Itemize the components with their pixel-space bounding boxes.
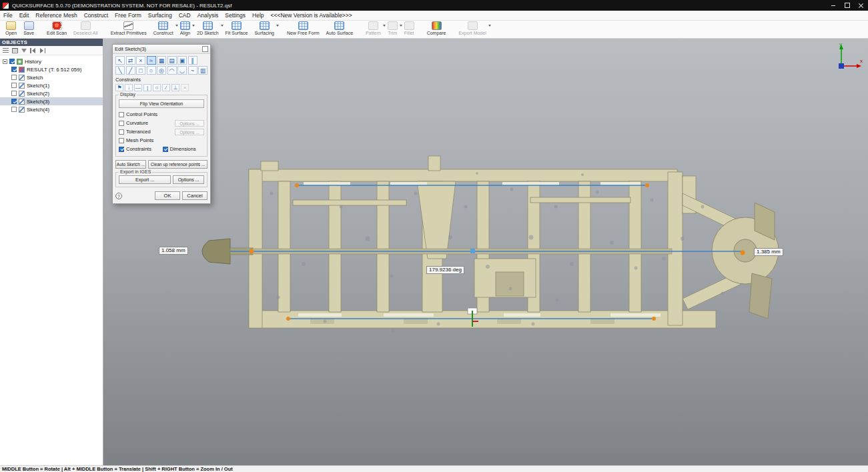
sketch3-checkbox[interactable] — [11, 99, 17, 104]
toolbar-new-free-form-button[interactable]: New Free Form — [284, 21, 323, 35]
control-points-checkbox[interactable] — [119, 112, 124, 117]
curvature-options-button[interactable]: Options ... — [175, 120, 204, 127]
delete-tool-icon[interactable]: × — [136, 56, 145, 65]
dimensions-checkbox[interactable] — [163, 147, 168, 152]
viewport-3d[interactable]: 1.058 mm 1.385 mm 179.9236 deg y x — [103, 39, 868, 465]
move-tool-icon[interactable]: ⇄ — [126, 56, 135, 65]
menu-free-form[interactable]: Free Form — [111, 12, 145, 19]
toolbar-2d-sketch-button[interactable]: 2D Sketch — [193, 21, 222, 35]
menu-edit[interactable]: Edit — [16, 12, 33, 19]
sketch-checkbox[interactable] — [11, 75, 17, 80]
spline-tool-icon[interactable]: ~ — [188, 66, 197, 75]
machine-frame[interactable] — [249, 156, 741, 328]
menu-new-version[interactable]: <<<New Version is Available>>> — [268, 12, 356, 19]
auto-sketch-button[interactable]: Auto Sketch ... — [115, 160, 146, 169]
menu-analysis[interactable]: Analysis — [194, 12, 222, 19]
cleanup-reference-points-button[interactable]: Clean up reference points ... — [148, 160, 207, 169]
toolbar-edit-scan-button[interactable]: Edit Scan — [43, 21, 70, 35]
close-button[interactable] — [854, 0, 868, 11]
toolbar-auto-surface-button[interactable]: Auto Surface — [323, 21, 356, 35]
tree-item-sketch1[interactable]: Sketch(1) — [0, 81, 103, 89]
toolbar-pattern-button[interactable]: Pattern — [362, 21, 384, 35]
vertical-constraint-icon[interactable]: | — [143, 84, 151, 91]
export-model-dropdown-arrow-icon[interactable] — [488, 25, 491, 27]
toolbar-extract-primitives-button[interactable]: Extract Primitives — [107, 21, 150, 35]
minimize-button[interactable] — [826, 0, 840, 11]
collapse-icon[interactable] — [3, 59, 7, 64]
fix-constraint-icon[interactable]: ⚑ — [115, 84, 123, 91]
surfacing-dropdown-arrow-icon[interactable] — [276, 25, 279, 27]
tree-item-history[interactable]: History — [0, 57, 103, 65]
export-options-button[interactable]: Options ... — [173, 175, 204, 184]
tree-item-sketch2[interactable]: Sketch(2) — [0, 89, 103, 97]
parallel-constraint-icon[interactable]: ∕ — [162, 84, 170, 91]
pattern-grid-tool-icon[interactable]: ▦ — [157, 56, 166, 65]
last-item-icon[interactable] — [39, 48, 45, 53]
export-button[interactable]: Export ... — [119, 175, 171, 184]
toolbar-fillet-button[interactable]: Fillet — [401, 21, 418, 35]
curvature-checkbox[interactable] — [119, 121, 124, 126]
mirror-tool-icon[interactable]: ▣ — [177, 56, 187, 65]
pattern-linear-tool-icon[interactable]: ▤ — [167, 56, 177, 65]
dimension-label-angle[interactable]: 179.9236 deg — [426, 266, 464, 274]
toolbar-fit-surface-button[interactable]: Fit Surface — [222, 21, 252, 35]
sketch1-checkbox[interactable] — [11, 83, 17, 88]
menu-surfacing[interactable]: Surfacing — [145, 12, 175, 19]
cancel-button[interactable]: Cancel — [182, 191, 207, 200]
toolbar-open-button[interactable]: Open — [2, 21, 20, 35]
line-tool-icon[interactable]: ╲ — [115, 66, 125, 75]
filter-icon[interactable] — [21, 49, 27, 53]
dialog-title-bar[interactable]: Edit Sketch(3) — [113, 45, 210, 54]
slot-tool-icon[interactable]: ▥ — [198, 66, 207, 75]
menu-construct[interactable]: Construct — [81, 12, 111, 19]
perpendicular-constraint-icon[interactable]: ⊥ — [171, 84, 179, 91]
toolbar-compare-button[interactable]: Compare — [424, 21, 450, 35]
arc-tool-icon[interactable]: ◠ — [167, 66, 177, 75]
circle-tool-icon[interactable]: ○ — [147, 66, 156, 75]
tree-view-icon[interactable] — [12, 48, 18, 53]
toleranced-options-button[interactable]: Options ... — [175, 129, 204, 135]
sketch4-checkbox[interactable] — [11, 107, 17, 112]
constraints-checkbox[interactable] — [119, 147, 124, 152]
left-cone[interactable] — [202, 239, 230, 264]
sketch2-checkbox[interactable] — [11, 91, 17, 96]
toolbar-export-model-button[interactable]: Export Model — [455, 21, 489, 35]
polyline-tool-icon[interactable]: ╱ — [126, 66, 135, 75]
mesh-points-checkbox[interactable] — [119, 138, 124, 143]
menu-reference-mesh[interactable]: Reference Mesh — [32, 12, 80, 19]
history-checkbox[interactable] — [9, 59, 15, 64]
tree-item-sketch[interactable]: Sketch — [0, 73, 103, 81]
toolbar-surfacing-button[interactable]: Surfacing — [251, 21, 278, 35]
menu-settings[interactable]: Settings — [222, 12, 249, 19]
flip-view-orientation-button[interactable]: Flip View Orientation — [119, 99, 204, 108]
tangent-constraint-icon[interactable]: ○ — [153, 84, 161, 91]
first-item-icon[interactable] — [30, 48, 36, 53]
ok-button[interactable]: OK — [155, 191, 180, 200]
tree-item-result[interactable]: RESULT (T: 6 512 059) — [0, 65, 103, 73]
list-view-icon[interactable] — [3, 48, 9, 53]
tree-item-sketch4[interactable]: Sketch(4) — [0, 105, 103, 113]
menu-file[interactable]: File — [0, 12, 16, 19]
rectangle-tool-icon[interactable]: □ — [136, 66, 145, 75]
toolbar-trim-button[interactable]: Trim — [384, 21, 401, 35]
toolbar-construct-button[interactable]: Construct — [150, 21, 177, 35]
help-icon[interactable]: ? — [115, 193, 122, 199]
menu-cad[interactable]: CAD — [175, 12, 194, 19]
select-tool-icon[interactable]: ↖ — [115, 56, 125, 65]
fit-curve-tool-icon[interactable]: ≈ — [147, 56, 156, 65]
maximize-button[interactable] — [840, 0, 854, 11]
horizontal-constraint-icon[interactable]: — — [134, 84, 142, 91]
dimension-label-left[interactable]: 1.058 mm — [159, 247, 188, 255]
dimension-label-right[interactable]: 1.385 mm — [754, 248, 783, 256]
menu-help[interactable]: Help — [249, 12, 267, 19]
toolbar-align-button[interactable]: Align — [177, 21, 194, 35]
toolbar-deselect-all-button[interactable]: Deselect All — [70, 21, 101, 35]
result-checkbox[interactable] — [11, 67, 17, 72]
toleranced-checkbox[interactable] — [119, 129, 124, 135]
dialog-pin-icon[interactable] — [202, 46, 208, 52]
circle-3pt-tool-icon[interactable]: ◎ — [157, 66, 166, 75]
anchor-constraint-icon[interactable]: ↓ — [125, 84, 133, 91]
offset-tool-icon[interactable]: ∥ — [188, 56, 197, 65]
toolbar-save-button[interactable]: Save — [20, 21, 37, 35]
tree-item-sketch3[interactable]: Sketch(3) — [0, 97, 103, 105]
